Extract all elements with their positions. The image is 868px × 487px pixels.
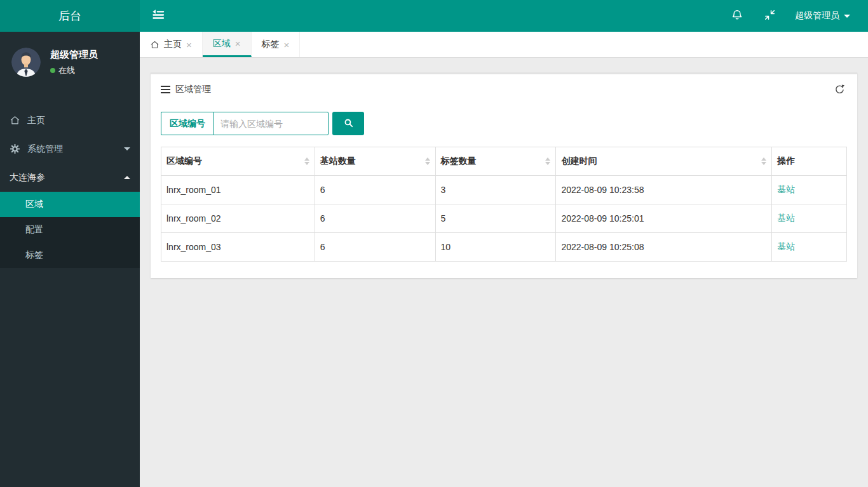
tab-home[interactable]: 主页 × bbox=[140, 32, 203, 57]
sidebar-user-name: 超级管理员 bbox=[50, 49, 98, 61]
sort-icon[interactable] bbox=[545, 157, 550, 165]
navbar: 超级管理员 bbox=[140, 0, 868, 32]
region-management-panel: 区域管理 区域编号 bbox=[151, 72, 857, 278]
column-label: 标签数量 bbox=[441, 156, 477, 166]
sidebar-user-status[interactable]: 在线 bbox=[50, 65, 98, 76]
column-label: 区域编号 bbox=[166, 156, 202, 166]
cell-tags: 10 bbox=[435, 233, 556, 262]
search-field-label: 区域编号 bbox=[161, 112, 214, 135]
cell-created: 2022-08-09 10:25:01 bbox=[556, 204, 772, 233]
column-header-stations[interactable]: 基站数量 bbox=[315, 147, 435, 176]
hamburger-icon bbox=[161, 86, 170, 93]
table-header-row: 区域编号 基站数量 标签数量 bbox=[161, 147, 847, 176]
sidebar-user-panel: 超级管理员 在线 bbox=[0, 32, 140, 95]
sidebar-item-home[interactable]: 主页 bbox=[0, 106, 140, 135]
table-row: lnrx_room_03 6 10 2022-08-09 10:25:08 基站 bbox=[161, 233, 847, 262]
chevron-down-icon bbox=[844, 15, 850, 18]
sidebar-item-system-management[interactable]: 系统管理 bbox=[0, 135, 140, 163]
caret-up-icon bbox=[124, 176, 130, 179]
sort-icon[interactable] bbox=[761, 157, 766, 165]
cell-region: lnrx_room_01 bbox=[161, 176, 315, 204]
content-area: 主页 × 区域 × 标签 × 区域管理 bbox=[140, 32, 868, 487]
compress-icon bbox=[764, 9, 776, 23]
caret-down-icon bbox=[124, 147, 130, 150]
tab-tag[interactable]: 标签 × bbox=[252, 32, 301, 57]
cell-region: lnrx_room_02 bbox=[161, 204, 315, 233]
search-bar: 区域编号 bbox=[161, 112, 847, 135]
column-header-action: 操作 bbox=[772, 147, 847, 176]
home-icon bbox=[150, 40, 159, 50]
sidebar-item-dalian-haishen[interactable]: 大连海参 bbox=[0, 163, 140, 192]
top-bar: 后台 bbox=[0, 0, 868, 32]
sidebar: 超级管理员 在线 主页 bbox=[0, 32, 140, 487]
sort-icon[interactable] bbox=[425, 157, 430, 165]
admin-app: 后台 bbox=[0, 0, 868, 487]
cell-stations: 6 bbox=[315, 204, 435, 233]
tab-label: 区域 bbox=[213, 38, 231, 50]
panel-header: 区域管理 bbox=[151, 74, 857, 103]
sidebar-subitem-label: 区域 bbox=[25, 199, 43, 210]
notifications-button[interactable] bbox=[721, 0, 754, 32]
region-id-input[interactable] bbox=[214, 112, 329, 135]
home-icon bbox=[10, 115, 27, 126]
table-row: lnrx_room_02 6 5 2022-08-09 10:25:01 基站 bbox=[161, 204, 847, 233]
sidebar-item-label: 系统管理 bbox=[27, 143, 63, 155]
avatar bbox=[11, 48, 41, 77]
search-icon bbox=[343, 117, 354, 130]
column-label: 基站数量 bbox=[320, 156, 356, 166]
regions-table: 区域编号 基站数量 标签数量 bbox=[161, 147, 847, 262]
base-station-link[interactable]: 基站 bbox=[777, 241, 795, 251]
online-dot-icon bbox=[50, 68, 55, 73]
sidebar-menu: 主页 bbox=[0, 106, 140, 268]
column-header-tags[interactable]: 标签数量 bbox=[435, 147, 556, 176]
page-body: 区域管理 区域编号 bbox=[140, 58, 868, 293]
cell-tags: 5 bbox=[435, 204, 556, 233]
refresh-button[interactable] bbox=[832, 82, 847, 97]
panel-body: 区域编号 bbox=[151, 103, 857, 278]
close-icon[interactable]: × bbox=[284, 40, 290, 50]
tab-label: 标签 bbox=[262, 39, 280, 50]
brand-logo[interactable]: 后台 bbox=[0, 0, 140, 32]
cell-tags: 3 bbox=[435, 176, 556, 204]
sidebar-subitem-tag[interactable]: 标签 bbox=[0, 243, 140, 268]
column-header-created[interactable]: 创建时间 bbox=[556, 147, 772, 176]
sidebar-submenu-container: 区域 配置 标签 bbox=[0, 192, 140, 268]
sidebar-toggle-button[interactable] bbox=[140, 0, 177, 32]
sidebar-submenu: 区域 配置 标签 bbox=[0, 192, 140, 268]
cell-created: 2022-08-09 10:25:08 bbox=[556, 233, 772, 262]
column-label: 操作 bbox=[777, 156, 795, 166]
column-label: 创建时间 bbox=[561, 156, 597, 166]
base-station-link[interactable]: 基站 bbox=[777, 184, 795, 194]
tab-bar: 主页 × 区域 × 标签 × bbox=[140, 32, 868, 58]
sidebar-subitem-config[interactable]: 配置 bbox=[0, 217, 140, 243]
column-header-region[interactable]: 区域编号 bbox=[161, 147, 315, 176]
user-menu[interactable]: 超级管理员 bbox=[786, 0, 868, 32]
close-icon[interactable]: × bbox=[235, 39, 241, 48]
tab-region[interactable]: 区域 × bbox=[203, 32, 252, 57]
search-button[interactable] bbox=[332, 112, 364, 135]
main-area: 超级管理员 在线 主页 bbox=[0, 32, 868, 487]
sidebar-item-label: 主页 bbox=[27, 115, 45, 126]
sidebar-fold-icon bbox=[151, 8, 165, 24]
sidebar-subitem-region[interactable]: 区域 bbox=[0, 192, 140, 217]
sidebar-item-label: 大连海参 bbox=[10, 172, 45, 183]
cell-stations: 6 bbox=[315, 176, 435, 204]
cell-stations: 6 bbox=[315, 233, 435, 262]
bell-icon bbox=[731, 8, 743, 23]
base-station-link[interactable]: 基站 bbox=[777, 213, 795, 223]
close-icon[interactable]: × bbox=[186, 40, 192, 50]
fullscreen-button[interactable] bbox=[754, 0, 786, 32]
cell-action: 基站 bbox=[772, 204, 847, 233]
cell-region: lnrx_room_03 bbox=[161, 233, 315, 262]
table-row: lnrx_room_01 6 3 2022-08-09 10:23:58 基站 bbox=[161, 176, 847, 204]
online-status-label: 在线 bbox=[58, 65, 75, 76]
navbar-right-group: 超级管理员 bbox=[721, 0, 868, 32]
sidebar-subitem-label: 标签 bbox=[25, 250, 43, 261]
sidebar-user-info: 超级管理员 在线 bbox=[50, 49, 98, 76]
user-menu-label: 超级管理员 bbox=[795, 10, 839, 22]
sidebar-subitem-label: 配置 bbox=[25, 224, 43, 236]
cell-action: 基站 bbox=[772, 233, 847, 262]
sort-icon[interactable] bbox=[304, 157, 309, 165]
gear-icon bbox=[10, 143, 27, 154]
cell-created: 2022-08-09 10:23:58 bbox=[556, 176, 772, 204]
